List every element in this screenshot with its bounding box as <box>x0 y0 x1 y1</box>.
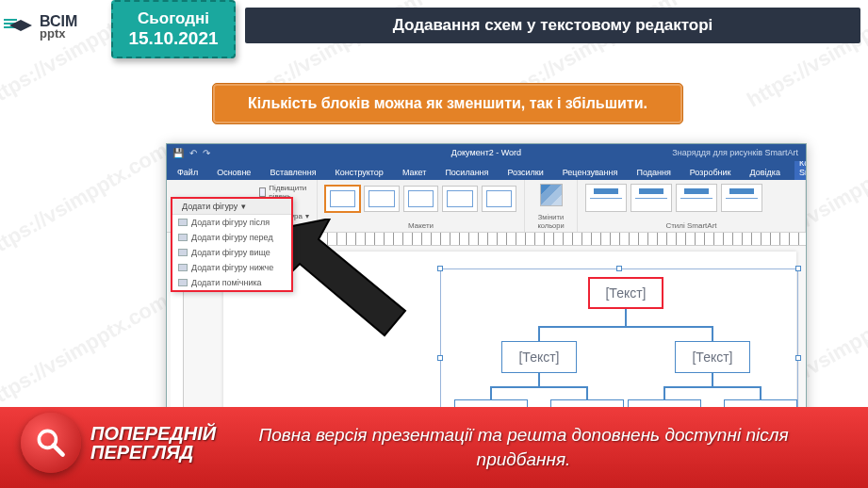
connector <box>663 386 762 388</box>
resize-handle[interactable] <box>795 266 801 271</box>
ribbon: Додати фігуру ▾ Додати фігуру після Дода… <box>167 180 806 233</box>
tab-references[interactable]: Посилання <box>440 165 493 180</box>
shape-icon <box>178 234 188 241</box>
resize-handle[interactable] <box>616 266 622 271</box>
word-titlebar: 💾 ↶ ↷ Документ2 - Word Знаряддя для рису… <box>167 144 806 161</box>
org-node-top[interactable]: [Текст] <box>588 277 663 309</box>
style-thumb-3[interactable] <box>676 184 717 212</box>
style-thumb-1[interactable] <box>585 184 627 212</box>
watermark-text: https://vsimpptx.com <box>0 138 172 263</box>
style-thumb-4[interactable] <box>721 184 762 212</box>
connector <box>663 386 665 399</box>
word-document-title: Документ2 - Word <box>451 148 521 157</box>
tab-home[interactable]: Основне <box>212 165 255 180</box>
quick-access-toolbar: 💾 ↶ ↷ <box>172 148 210 158</box>
layout-thumb-3[interactable] <box>403 186 438 212</box>
add-shape-after[interactable]: Додати фігуру після <box>172 215 291 230</box>
banner-message: Повна версія презентації та решта доповн… <box>217 423 830 471</box>
ribbon-group-colors: Змінити кольори <box>525 180 578 232</box>
connector <box>538 373 540 386</box>
connector <box>625 309 627 326</box>
add-shape-dropdown-header[interactable]: Додати фігуру ▾ <box>172 199 291 215</box>
date-value: 15.10.2021 <box>128 28 218 49</box>
callout-orange: Кількість блоків можна як зменшити, так … <box>212 83 683 124</box>
connector <box>490 386 588 388</box>
layout-thumb-4[interactable] <box>442 186 477 212</box>
ribbon-tabs: Файл Основне Вставлення Конструктор Маке… <box>167 161 806 180</box>
watermark-text: https://vsimpptx.com <box>0 288 172 414</box>
magnifier-circle <box>21 413 81 473</box>
add-shape-below[interactable]: Додати фігуру нижче <box>172 260 291 275</box>
resize-handle[interactable] <box>437 266 443 271</box>
redo-icon[interactable]: ↷ <box>203 148 210 158</box>
resize-handle[interactable] <box>795 355 801 361</box>
org-node-l2a[interactable]: [Текст] <box>501 341 577 373</box>
layout-thumb-5[interactable] <box>482 186 516 212</box>
logo-line2: pptx <box>40 28 77 40</box>
connector <box>538 326 713 328</box>
logo-text: ВСІМ pptx <box>40 15 77 40</box>
tab-insert[interactable]: Вставлення <box>265 165 320 180</box>
add-shape-dropdown[interactable]: Додати фігуру ▾ Додати фігуру після Дода… <box>171 197 293 292</box>
graduation-cap-icon <box>8 18 34 37</box>
connector <box>712 373 713 386</box>
resize-handle[interactable] <box>437 355 443 361</box>
shape-icon <box>178 219 188 226</box>
change-colors-label: Змінити кольори <box>532 213 569 230</box>
connector <box>760 386 762 399</box>
shape-icon <box>178 264 188 271</box>
change-colors-button[interactable] <box>540 184 563 206</box>
layout-thumb-1[interactable] <box>325 186 360 212</box>
tab-view[interactable]: Подання <box>631 165 675 180</box>
tab-review[interactable]: Рецензування <box>558 165 623 180</box>
tab-layout[interactable]: Макет <box>398 165 431 180</box>
tab-help[interactable]: Довідка <box>745 165 785 180</box>
slide-title-bar: Додавання схем у текстовому редакторі <box>245 8 860 43</box>
preview-label: ПОПЕРЕДНІЙ ПЕРЕГЛЯД <box>90 424 216 462</box>
tab-design[interactable]: Конструктор <box>331 165 388 180</box>
ribbon-group-styles: Стилі SmartArt <box>578 180 806 232</box>
add-shape-above[interactable]: Додати фігуру вище <box>172 245 291 260</box>
tab-file[interactable]: Файл <box>172 165 203 180</box>
date-today-label: Сьогодні <box>138 9 209 28</box>
magnifier-icon <box>34 426 68 460</box>
tab-mailings[interactable]: Розсилки <box>502 165 548 180</box>
connector <box>586 386 588 399</box>
group-styles-label: Стилі SmartArt <box>585 221 797 230</box>
undo-icon[interactable]: ↶ <box>189 148 197 158</box>
connector <box>490 386 492 399</box>
promote-icon <box>259 187 266 197</box>
word-screenshot: 💾 ↶ ↷ Документ2 - Word Знаряддя для рису… <box>166 143 807 435</box>
tab-developer[interactable]: Розробник <box>685 165 736 180</box>
preview-badge: ПОПЕРЕДНІЙ ПЕРЕГЛЯД <box>21 413 216 473</box>
slide-title: Додавання схем у текстовому редакторі <box>393 16 713 35</box>
style-thumb-2[interactable] <box>631 184 672 212</box>
word-context-title: Знаряддя для рисунків SmartArt <box>672 148 798 157</box>
group-layouts-label: Макети <box>325 221 516 230</box>
shape-icon <box>178 279 188 286</box>
add-shape-before[interactable]: Додати фігуру перед <box>172 230 291 245</box>
callout-text: Кількість блоків можна як зменшити, так … <box>248 95 647 111</box>
layout-thumb-2[interactable] <box>364 186 399 212</box>
connector <box>712 326 713 341</box>
preview-label-line2: ПЕРЕГЛЯД <box>90 443 216 462</box>
save-icon[interactable]: 💾 <box>172 148 184 158</box>
add-assistant[interactable]: Додати помічника <box>172 275 291 290</box>
date-badge: Сьогодні 15.10.2021 <box>111 0 236 58</box>
svg-line-2 <box>54 446 63 455</box>
brand-logo: ВСІМ pptx <box>8 15 77 40</box>
org-node-l2b[interactable]: [Текст] <box>675 341 750 373</box>
preview-label-line1: ПОПЕРЕДНІЙ <box>90 424 216 443</box>
ribbon-group-layouts: Макети <box>318 180 525 232</box>
page: [Текст] [Текст] [Текст] <box>223 252 796 425</box>
connector <box>538 326 540 341</box>
shape-icon <box>178 249 188 256</box>
